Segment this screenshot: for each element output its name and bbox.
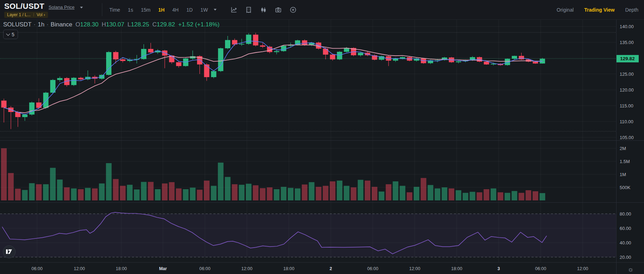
oscillator-axis-label: 80.00 bbox=[620, 211, 631, 217]
volume-bar bbox=[358, 180, 363, 200]
volume-bar bbox=[22, 190, 28, 200]
interval-1s[interactable]: 1s bbox=[124, 7, 137, 13]
tag-category[interactable]: Layer 1 / L... bbox=[4, 12, 34, 18]
volume-bar bbox=[190, 188, 195, 200]
candle-up bbox=[358, 53, 363, 55]
legend-interval: 1h bbox=[38, 21, 44, 28]
ma-slow-line bbox=[4, 45, 542, 113]
candle-down bbox=[253, 35, 258, 45]
tab-trading-view[interactable]: Trading View bbox=[584, 7, 615, 13]
time-axis-label: 06:00 bbox=[535, 266, 546, 271]
candle-down bbox=[204, 64, 209, 77]
volume-bar bbox=[197, 190, 202, 200]
candle-up bbox=[274, 51, 279, 52]
candle-up bbox=[225, 40, 230, 48]
line-chart-icon[interactable] bbox=[230, 6, 237, 13]
tradingview-logo[interactable] bbox=[3, 246, 16, 258]
volume-bar bbox=[302, 185, 308, 200]
price-axis-label: 110.00 bbox=[620, 119, 633, 124]
volume-bar bbox=[470, 192, 475, 200]
oscillator-axis-label: 20.00 bbox=[620, 255, 631, 260]
candles bbox=[1, 33, 545, 129]
volume-bar bbox=[476, 192, 482, 200]
volume-bar bbox=[463, 193, 468, 200]
tab-original[interactable]: Original bbox=[557, 7, 573, 13]
volume-bar bbox=[218, 163, 224, 200]
volume-bar bbox=[456, 190, 461, 200]
candles-icon[interactable] bbox=[260, 6, 267, 13]
chart-legend: SOLUSDT · 1h · Binance O128.30 H130.07 L… bbox=[3, 21, 219, 28]
time-axis-label: 06:00 bbox=[31, 266, 42, 271]
volume-bar bbox=[64, 187, 69, 200]
last-price-badge: 129.82 bbox=[616, 55, 639, 62]
time-axis-label: 18:00 bbox=[451, 266, 462, 271]
ma-fast-line bbox=[4, 41, 542, 114]
candle-up bbox=[211, 71, 216, 77]
volume-bar bbox=[351, 187, 357, 200]
candle-up bbox=[106, 52, 111, 75]
volume-bar bbox=[540, 193, 545, 200]
volume-bar bbox=[253, 185, 259, 200]
volume-bar bbox=[50, 168, 56, 201]
time-axis[interactable]: 06:0012:0018:00Mar06:0012:0018:00206:001… bbox=[31, 266, 588, 271]
interval-dropdown-caret-icon[interactable] bbox=[214, 9, 217, 11]
volume-bar bbox=[183, 189, 189, 200]
volume-bar bbox=[365, 181, 370, 200]
candle-up bbox=[246, 35, 251, 44]
volume-bar bbox=[295, 188, 300, 200]
volume-bar bbox=[225, 177, 231, 200]
price-axis-label: 140.00 bbox=[620, 24, 634, 29]
volume-bar bbox=[232, 184, 237, 200]
theme-toggle-sun-icon[interactable]: ☼ bbox=[627, 266, 633, 273]
indicators-collapse-button[interactable]: 5 bbox=[3, 30, 18, 39]
last-price-label: 129.82 bbox=[620, 56, 634, 61]
price-axis-label: 115.00 bbox=[620, 103, 633, 108]
camera-icon[interactable] bbox=[275, 6, 282, 13]
symbol-info-link[interactable]: Solana Price bbox=[49, 5, 75, 10]
symbol-dropdown-caret-icon[interactable] bbox=[80, 7, 83, 8]
tag-vol[interactable]: Vol › bbox=[34, 12, 48, 18]
time-axis-label: Mar bbox=[159, 266, 167, 271]
symbol-title: SOL/USDT bbox=[4, 2, 44, 11]
volume-bar bbox=[106, 163, 111, 200]
candle-up bbox=[71, 78, 77, 85]
data-sheet-icon[interactable] bbox=[245, 6, 252, 13]
volume-bar bbox=[407, 192, 412, 200]
interval-time[interactable]: Time bbox=[105, 7, 124, 13]
volume-bar bbox=[400, 186, 405, 200]
candle-up bbox=[295, 41, 300, 45]
time-axis-label: 12:00 bbox=[74, 266, 85, 271]
volume-bar bbox=[386, 184, 391, 200]
volume-bar bbox=[533, 191, 538, 200]
volume-bar bbox=[176, 188, 182, 200]
candle-down bbox=[302, 41, 307, 45]
chart-canvas[interactable]: 140.00135.00125.00120.00115.00110.00105.… bbox=[0, 19, 644, 274]
volume-bar bbox=[141, 182, 147, 200]
interval-15m[interactable]: 15m bbox=[137, 7, 154, 13]
candle-up bbox=[456, 61, 461, 62]
volume-bar bbox=[71, 188, 77, 200]
interval-1w[interactable]: 1W bbox=[196, 7, 212, 13]
time-axis-label: 12:00 bbox=[577, 266, 588, 271]
interval-4h[interactable]: 4H bbox=[169, 7, 183, 13]
volume-bar bbox=[393, 181, 398, 200]
symbol-tags: Layer 1 / L... Vol › bbox=[4, 12, 48, 18]
interval-1d[interactable]: 1D bbox=[182, 7, 196, 13]
interval-1h[interactable]: 1H bbox=[154, 7, 169, 13]
candle-up bbox=[22, 114, 28, 117]
trading-page: { "header": { "symbol": "SOL/USDT", "sym… bbox=[0, 0, 644, 274]
volume-bar bbox=[127, 185, 133, 200]
tab-depth[interactable]: Depth bbox=[625, 7, 638, 13]
volume-bar bbox=[1, 148, 7, 200]
volume-bar bbox=[323, 186, 328, 200]
legend-symbol: SOLUSDT bbox=[3, 21, 31, 28]
price-axis-label: 135.00 bbox=[620, 40, 634, 45]
candle-down bbox=[1, 101, 7, 108]
candle-down bbox=[533, 62, 538, 63]
volume-axis-label: 1.5M bbox=[620, 159, 630, 164]
candle-up bbox=[281, 46, 286, 51]
volume-bar bbox=[204, 181, 209, 200]
volume-bar bbox=[169, 182, 175, 200]
add-circle-icon[interactable] bbox=[290, 6, 297, 13]
volume-bar bbox=[155, 189, 160, 200]
